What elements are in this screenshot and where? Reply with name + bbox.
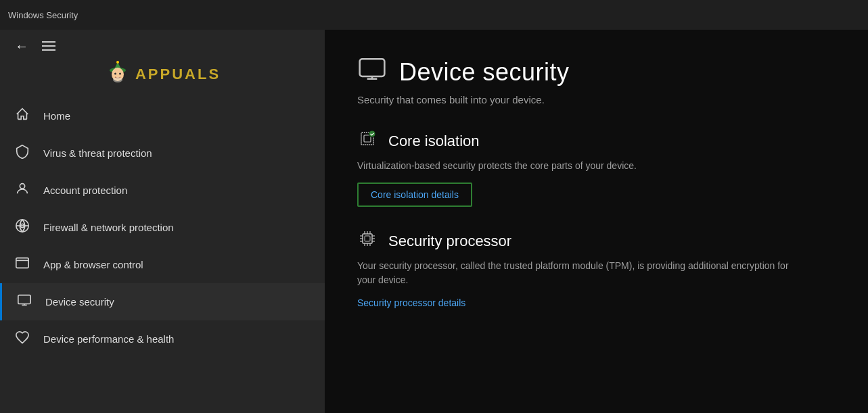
home-icon xyxy=(14,107,31,125)
core-isolation-header: Core isolation xyxy=(357,128,836,153)
core-isolation-section: Core isolation Virtualization-based secu… xyxy=(357,128,836,207)
svg-rect-10 xyxy=(16,258,28,268)
svg-point-6 xyxy=(113,77,122,82)
core-isolation-details-link[interactable]: Core isolation details xyxy=(357,183,472,207)
page-icon xyxy=(357,54,387,90)
sidebar-item-home[interactable]: Home xyxy=(0,97,325,135)
sidebar-item-firewall-label: Firewall & network protection xyxy=(43,222,174,233)
sidebar-item-device-performance[interactable]: Device performance & health xyxy=(0,320,325,358)
sidebar-item-device-security-label: Device security xyxy=(45,296,114,308)
svg-point-5 xyxy=(119,73,121,75)
svg-rect-34 xyxy=(365,236,370,241)
sidebar-item-account[interactable]: Account protection xyxy=(0,172,325,209)
nav-list: Home Virus & threat protection Acco xyxy=(0,97,325,413)
sidebar-item-app-browser[interactable]: App & browser control xyxy=(0,246,325,283)
hamburger-line3 xyxy=(42,49,55,51)
core-isolation-desc: Virtualization-based security protects t… xyxy=(357,159,790,173)
title-bar: Windows Security xyxy=(0,0,868,30)
sidebar-item-app-browser-label: App & browser control xyxy=(43,259,143,270)
page-header: Device security xyxy=(357,54,836,90)
sidebar-item-device-security[interactable]: Device security xyxy=(0,283,325,320)
sidebar-item-virus-label: Virus & threat protection xyxy=(43,147,152,159)
main-layout: ← xyxy=(0,30,868,413)
sidebar: ← xyxy=(0,30,325,413)
sidebar-item-device-performance-label: Device performance & health xyxy=(43,333,174,345)
svg-point-20 xyxy=(369,130,375,137)
svg-point-2 xyxy=(116,61,119,64)
elf-icon xyxy=(104,61,131,88)
page-title: Device security xyxy=(399,58,570,87)
page-subtitle: Security that comes built into your devi… xyxy=(357,94,836,105)
window-title: Windows Security xyxy=(8,10,78,20)
svg-rect-21 xyxy=(363,234,372,243)
hamburger-line1 xyxy=(42,41,55,43)
security-processor-details-link[interactable]: Security processor details xyxy=(357,297,465,308)
back-icon: ← xyxy=(15,39,28,54)
device-performance-icon xyxy=(14,330,31,348)
core-isolation-icon xyxy=(357,128,378,153)
appuals-logo-text: APPUALS xyxy=(135,66,221,83)
sidebar-item-virus[interactable]: Virus & threat protection xyxy=(0,135,325,172)
sidebar-item-firewall[interactable]: Firewall & network protection xyxy=(0,209,325,246)
content-area: Device security Security that comes buil… xyxy=(325,30,868,413)
appuals-logo-area: APPUALS xyxy=(0,58,325,97)
app-browser-icon xyxy=(14,256,31,274)
security-processor-desc: Your security processor, called the trus… xyxy=(357,259,790,287)
svg-point-4 xyxy=(114,73,116,75)
core-isolation-title: Core isolation xyxy=(388,132,480,150)
account-icon xyxy=(14,181,31,199)
svg-rect-12 xyxy=(18,295,30,304)
shield-icon xyxy=(14,144,31,162)
sidebar-item-home-label: Home xyxy=(43,110,70,122)
sidebar-item-account-label: Account protection xyxy=(43,185,127,196)
firewall-icon xyxy=(14,218,31,237)
back-button[interactable]: ← xyxy=(12,37,31,55)
hamburger-menu[interactable] xyxy=(42,41,55,51)
security-processor-section: Security processor Your security process… xyxy=(357,228,836,309)
hamburger-line2 xyxy=(42,45,55,47)
sidebar-top-nav: ← xyxy=(0,30,325,58)
security-processor-icon xyxy=(357,228,378,253)
svg-rect-15 xyxy=(360,59,385,76)
svg-point-7 xyxy=(20,184,24,189)
device-security-icon xyxy=(16,293,33,311)
security-processor-title: Security processor xyxy=(388,233,511,250)
security-processor-header: Security processor xyxy=(357,228,836,253)
